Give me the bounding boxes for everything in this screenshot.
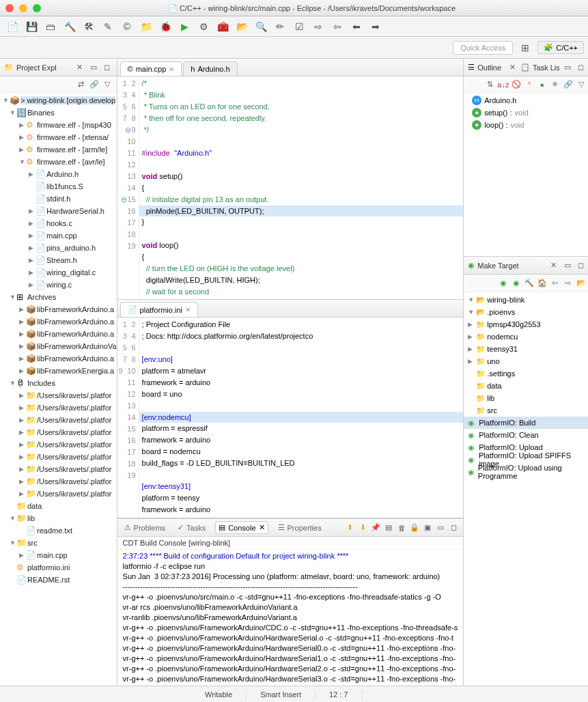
mt-target-clean[interactable]: ◉PlatformIO: Clean <box>464 429 588 441</box>
maximize-view-icon[interactable]: ◻ <box>576 62 587 73</box>
mt-folder[interactable]: 📁.settings <box>464 367 588 380</box>
new-button[interactable]: 📄 <box>4 18 20 35</box>
tree-include[interactable]: ▶📁/Users/ikravets/.platfor <box>0 426 117 438</box>
save-all-button[interactable]: 🗃 <box>42 18 59 35</box>
tab-tasks[interactable]: ✓Tasks <box>175 522 208 533</box>
save-button[interactable]: 💾 <box>23 18 40 35</box>
tree-include[interactable]: ▶📁/Users/ikravets/.platfor <box>0 389 117 402</box>
minimize-window-button[interactable] <box>19 4 27 12</box>
editor-platformio-ini[interactable]: 1 2 3 4 5 6 7 8 9 10 11 12 13 14 15 16 1… <box>117 318 464 518</box>
tree-file[interactable]: ▶📄pins_arduino.h <box>0 242 117 254</box>
tree-archives[interactable]: ▼⊞Archives <box>0 291 117 303</box>
minimize-view-icon[interactable]: ▭ <box>562 62 573 73</box>
open-type-button[interactable]: 📂 <box>234 18 250 35</box>
clear-console-icon[interactable]: 🗑 <box>396 522 407 533</box>
forward-button[interactable]: ➡ <box>367 18 384 35</box>
build-button[interactable]: 🔨 <box>61 18 78 35</box>
mt-pioenvs[interactable]: ▼📂.pioenvs <box>464 306 588 318</box>
view-menu-icon[interactable]: ▽ <box>576 79 587 90</box>
run-button[interactable]: ▶ <box>176 18 193 35</box>
toggle-button[interactable]: ☑ <box>291 18 307 35</box>
tab-console[interactable]: ▤Console ✕ <box>215 521 268 534</box>
tree-firmware[interactable]: ▶⚙firmware.elf - [arm/le] <box>0 143 117 156</box>
mt-folder[interactable]: 📁data <box>464 380 588 392</box>
editor-main-cpp[interactable]: 1 2 3 4 5 6 7 8 ⊖9 10 11 12 13 14 ⊖15 16… <box>117 76 464 299</box>
tree-file[interactable]: ▶📄Stream.h <box>0 254 117 266</box>
mt-root[interactable]: ▼📂wiring-blink <box>464 294 588 306</box>
code-area[interactable]: ; Project Configuration File ; Docs: htt… <box>139 318 464 518</box>
edit-target-icon[interactable]: ◉ <box>511 278 522 289</box>
tree-include[interactable]: ▶📁/Users/ikravets/.platfor <box>0 451 117 463</box>
back-button[interactable]: ⬅ <box>348 18 365 35</box>
mt-target-programmer[interactable]: ◉PlatformIO: Upload using Programme <box>464 466 588 478</box>
maximize-view-icon[interactable]: ◻ <box>102 62 113 73</box>
prev-annotation-button[interactable]: ⇦ <box>329 18 346 35</box>
maximize-view-icon[interactable]: ◻ <box>576 260 587 271</box>
home-icon[interactable]: 🏠 <box>537 278 548 289</box>
mt-folder[interactable]: ▶📁teensy31 <box>464 343 588 355</box>
code-area[interactable]: /* * Blink * Turns on an LED on for one … <box>139 76 464 299</box>
tasklist-title[interactable]: Task List <box>533 64 559 72</box>
close-view-icon[interactable]: ✕ <box>548 260 559 271</box>
tree-archive[interactable]: ▶📦libFrameworkArduino.a <box>0 352 117 365</box>
tree-archive[interactable]: ▶📦libFrameworkArduino.a <box>0 315 117 328</box>
tree-firmware[interactable]: ▶⚙firmware.elf - [xtensa/ <box>0 131 117 143</box>
tree-archive[interactable]: ▶📦libFrameworkArduino.a <box>0 328 117 340</box>
pin-console-icon[interactable]: 📌 <box>370 522 381 533</box>
tree-file[interactable]: 📄lib1funcs.S <box>0 180 117 193</box>
tree-archive[interactable]: ▶📦libFrameworkEnergia.a <box>0 365 117 377</box>
mark-button[interactable]: ✏ <box>272 18 288 35</box>
mt-folder[interactable]: ▶📁uno <box>464 355 588 367</box>
tree-firmware[interactable]: ▼⚙firmware.elf - [avr/le] <box>0 156 117 168</box>
close-window-button[interactable] <box>5 4 14 12</box>
search-button[interactable]: 🔍 <box>253 18 269 35</box>
tree-file[interactable]: ▶📄hooks.c <box>0 217 117 229</box>
scroll-up-icon[interactable]: ⬆ <box>344 522 355 533</box>
debug-button[interactable]: 🐞 <box>157 18 173 35</box>
tree-includes[interactable]: ▼🛢Includes <box>0 377 117 389</box>
minimize-view-icon[interactable]: ▭ <box>562 260 573 271</box>
perspective-cpp-button[interactable]: 🧩C/C++ <box>537 41 584 54</box>
tree-file[interactable]: ▶📄HardwareSerial.h <box>0 205 117 217</box>
tree-file[interactable]: ▶📄wiring.c <box>0 279 117 291</box>
tab-arduino-h[interactable]: hArduino.h <box>183 61 237 76</box>
collapse-all-icon[interactable]: ⇄ <box>76 79 87 90</box>
view-menu-icon[interactable]: ▽ <box>102 79 113 90</box>
outline-item[interactable]: HArduino.h <box>466 94 588 107</box>
scroll-down-icon[interactable]: ⬇ <box>357 522 368 533</box>
outline-item[interactable]: ●setup() : void <box>466 107 588 119</box>
tree-file[interactable]: 📄stdint.h <box>0 193 117 205</box>
filter-icon[interactable]: ● <box>537 79 548 90</box>
tab-properties[interactable]: ☰Properties <box>275 522 324 533</box>
tree-include[interactable]: ▶📁/Users/ikravets/.platfor <box>0 488 117 500</box>
mt-folder[interactable]: ▶📁nodemcu <box>464 331 588 343</box>
edit-button[interactable]: ✎ <box>100 18 116 35</box>
minimize-icon[interactable]: ▭ <box>435 522 446 533</box>
tree-include[interactable]: ▶📁/Users/ikravets/.platfor <box>0 414 117 426</box>
mt-target-build[interactable]: ◉PlatformIO: Build <box>464 417 588 429</box>
project-explorer-tree[interactable]: ▼📦> wiring-blink [origin develop ▼🔢Binar… <box>0 93 117 686</box>
outline-item[interactable]: ●loop() : void <box>466 119 588 131</box>
tree-binaries[interactable]: ▼🔢Binaries <box>0 107 117 119</box>
outline-tree[interactable]: HArduino.h ●setup() : void ●loop() : voi… <box>464 93 588 256</box>
new-folder-button[interactable]: 📁 <box>138 18 154 35</box>
tree-file[interactable]: ▶📄Arduino.h <box>0 168 117 180</box>
forward-icon[interactable]: ⇨ <box>563 278 574 289</box>
open-console-icon[interactable]: ▣ <box>422 522 433 533</box>
tree-include[interactable]: ▶📁/Users/ikravets/.platfor <box>0 463 117 475</box>
new-class-button[interactable]: © <box>119 18 135 35</box>
open-perspective-button[interactable]: ⊞ <box>517 40 533 56</box>
back-icon[interactable]: ⇦ <box>550 278 561 289</box>
tree-file-readme[interactable]: 📄readme.txt <box>0 524 117 537</box>
hide-static-icon[interactable]: ˢ <box>524 79 535 90</box>
tree-file[interactable]: ▶📄main.cpp <box>0 229 117 242</box>
console-output[interactable]: 2:37:23 **** Build of configuration Defa… <box>117 550 464 686</box>
minimize-view-icon[interactable]: ▭ <box>88 62 99 73</box>
tree-include[interactable]: ▶📁/Users/ikravets/.platfor <box>0 438 117 451</box>
sort-icon[interactable]: ⇅ <box>485 79 496 90</box>
ext-tools-button[interactable]: 🧰 <box>214 18 231 35</box>
tab-platformio-ini[interactable]: 📄platformio.ini✕ <box>120 302 198 317</box>
tree-include[interactable]: ▶📁/Users/ikravets/.platfor <box>0 475 117 488</box>
tab-main-cpp[interactable]: ©main.cpp✕ <box>120 61 182 76</box>
mt-folder[interactable]: 📁src <box>464 404 588 417</box>
